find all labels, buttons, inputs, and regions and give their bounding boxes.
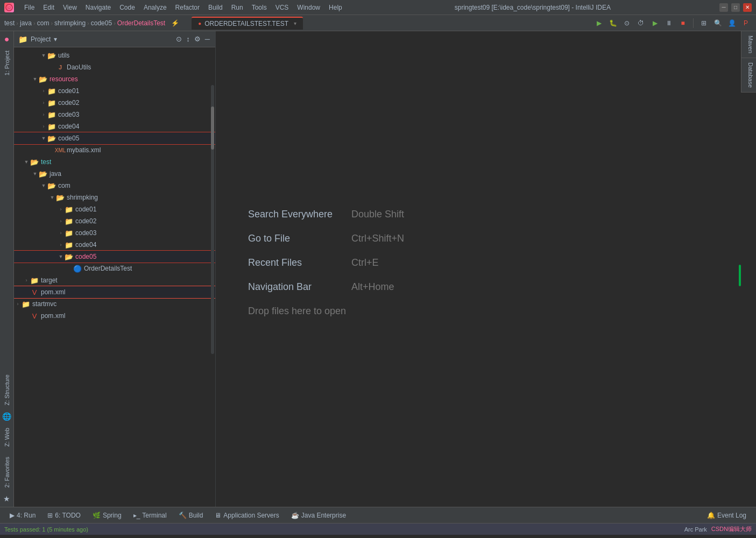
menu-item-view[interactable]: View: [59, 3, 81, 12]
window-controls[interactable]: ─ □ ✕: [719, 3, 752, 12]
tab-app-servers[interactable]: 🖥 Application Servers: [209, 509, 284, 522]
tab-todo[interactable]: ⊞ 6: TODO: [42, 509, 86, 522]
tab-event-log[interactable]: 🔔 Event Log: [702, 509, 752, 522]
tree-item-java[interactable]: ▼ 📂 java: [14, 168, 215, 180]
tree-item-startmvc-pomxml[interactable]: V pom.xml: [14, 310, 215, 322]
tree-item-resources[interactable]: ▼ 📂 resources: [14, 73, 215, 85]
run-button[interactable]: ▶: [593, 17, 605, 29]
search-button[interactable]: 🔍: [712, 17, 724, 29]
tree-item-pomxml[interactable]: V pom.xml: [14, 286, 215, 298]
tree-item-shrimpking[interactable]: ▼ 📂 shrimpking: [14, 192, 215, 203]
menu-item-refactor[interactable]: Refactor: [172, 3, 203, 12]
tree-item-test[interactable]: ▼ 📂 test: [14, 156, 215, 168]
expand-arrow[interactable]: ›: [40, 111, 47, 118]
tab-build[interactable]: 🔨 Build: [173, 509, 209, 522]
profile-button[interactable]: ⏱: [635, 17, 647, 29]
breadcrumb-orderdetailstest[interactable]: OrderDetailsTest: [117, 19, 165, 27]
expand-arrow[interactable]: ▼: [40, 52, 47, 59]
menu-item-build[interactable]: Build: [204, 3, 227, 12]
tree-item-orderdetailstest[interactable]: 🔵 OrderDetailsTest: [14, 263, 215, 274]
tree-item-sh-code02[interactable]: › 📁 code02: [14, 215, 215, 227]
tree-item-utils[interactable]: ▼ 📂 utils: [14, 49, 215, 61]
breadcrumb-code05[interactable]: code05: [91, 19, 112, 27]
vtab-web[interactable]: Z: Web: [2, 423, 12, 451]
tree-item-mybatis[interactable]: XML mybatis.xml: [14, 144, 215, 156]
debug-button[interactable]: 🐛: [607, 17, 619, 29]
menu-item-code[interactable]: Code: [116, 3, 139, 12]
vtab-web-icon[interactable]: 🌐: [1, 410, 13, 422]
expand-arrow[interactable]: ›: [40, 87, 47, 95]
user-button[interactable]: 👤: [726, 17, 738, 29]
hide-btn[interactable]: ─: [204, 34, 211, 44]
close-button[interactable]: ✕: [743, 3, 752, 12]
expand-arrow[interactable]: ▼: [40, 134, 47, 142]
menu-item-run[interactable]: Run: [228, 3, 247, 12]
scrollbar-track[interactable]: [211, 85, 214, 354]
tree-item-startmvc[interactable]: › 📁 startmvc: [14, 298, 215, 310]
expand-arrow[interactable]: ›: [40, 99, 47, 107]
file-tree[interactable]: ▼ 📂 utils J DaoUtils ▼ 📂 resources: [14, 47, 215, 507]
vtab-favorites[interactable]: 2: Favorites: [2, 452, 12, 492]
ext-button[interactable]: P: [740, 17, 752, 29]
maven-panel-tab[interactable]: Maven: [741, 31, 756, 58]
breadcrumb-shrimpking[interactable]: shrimpking: [54, 19, 86, 27]
expand-arrow[interactable]: ▼: [40, 182, 47, 189]
tab-spring[interactable]: 🌿 Spring: [87, 509, 127, 522]
vtab-structure[interactable]: Z: Structure: [2, 370, 12, 409]
suspend-button[interactable]: ⏸: [663, 17, 675, 29]
title-bar-left: IJ FileEditViewNavigateCodeAnalyzeRefact…: [4, 3, 346, 12]
menu-item-help[interactable]: Help: [325, 3, 346, 12]
tab-terminal[interactable]: ▸_ Terminal: [128, 509, 172, 522]
vtab-star-icon[interactable]: ★: [1, 493, 13, 505]
tree-item-sh-code03[interactable]: › 📁 code03: [14, 227, 215, 239]
maximize-button[interactable]: □: [731, 3, 740, 12]
breadcrumb-test[interactable]: test: [4, 19, 15, 27]
menu-bar: FileEditViewNavigateCodeAnalyzeRefactorB…: [20, 3, 346, 12]
menu-item-edit[interactable]: Edit: [39, 3, 58, 12]
project-dropdown-icon[interactable]: ▾: [54, 36, 57, 43]
expand-arrow[interactable]: ▼: [23, 158, 30, 166]
menu-item-navigate[interactable]: Navigate: [82, 3, 115, 12]
tree-item-res-code01[interactable]: › 📁 code01: [14, 85, 215, 97]
tree-item-target[interactable]: › 📁 target: [14, 274, 215, 286]
tab-java-enterprise[interactable]: ☕ Java Enterprise: [286, 509, 351, 522]
database-panel-tab[interactable]: Database: [741, 58, 756, 93]
minimize-button[interactable]: ─: [719, 3, 728, 12]
menu-item-window[interactable]: Window: [293, 3, 324, 12]
breadcrumb-java[interactable]: java: [20, 19, 32, 27]
title-text: springtest09 [E:\idea_code\springtest09]…: [455, 4, 611, 11]
expand-arrow[interactable]: ▼: [31, 170, 39, 178]
tree-item-res-code03[interactable]: › 📁 code03: [14, 109, 215, 121]
tree-item-sh-code05[interactable]: ▼ 📂 code05: [14, 251, 215, 263]
vtab-project[interactable]: 1: Project: [2, 46, 12, 80]
vtab-icon-top[interactable]: ●: [1, 33, 13, 45]
stop-button[interactable]: ■: [677, 17, 689, 29]
tree-item-com[interactable]: ▼ 📂 com: [14, 180, 215, 192]
menu-item-vcs[interactable]: VCS: [272, 3, 293, 12]
editor-tab[interactable]: ● ORDERDETAILSTEST.TEST ▾: [192, 17, 303, 30]
expand-arrow[interactable]: ▼: [48, 194, 56, 201]
gear-btn[interactable]: ⚙: [193, 34, 202, 44]
scrollbar-thumb[interactable]: [211, 107, 214, 150]
grid-button[interactable]: ⊞: [698, 17, 710, 29]
locate-btn[interactable]: ⊙: [175, 34, 183, 44]
expand-arrow[interactable]: ▼: [31, 75, 39, 83]
scroll-indicator[interactable]: [739, 265, 741, 286]
expand-arrow[interactable]: ›: [40, 123, 47, 130]
tree-item-sh-code04[interactable]: › 📁 code04: [14, 239, 215, 251]
expand-btn[interactable]: ↕: [185, 34, 191, 44]
coverage-button[interactable]: ⊙: [621, 17, 633, 29]
tab-run[interactable]: ▶ 4: Run: [4, 509, 41, 522]
tree-item-res-code02[interactable]: › 📁 code02: [14, 97, 215, 109]
tree-item-res-code05[interactable]: ▼ 📂 code05: [14, 132, 215, 144]
build-button[interactable]: ▶: [649, 17, 661, 29]
folder-icon: 📂: [47, 134, 56, 143]
menu-item-analyze[interactable]: Analyze: [140, 3, 171, 12]
tree-item-daoutils[interactable]: J DaoUtils: [14, 61, 215, 73]
menu-item-file[interactable]: File: [20, 3, 38, 12]
breadcrumb-com[interactable]: com: [37, 19, 50, 27]
tree-item-sh-code01[interactable]: › 📁 code01: [14, 203, 215, 215]
tree-item-res-code04[interactable]: › 📁 code04: [14, 121, 215, 132]
hint-shortcut-search: Double Shift: [351, 209, 404, 220]
menu-item-tools[interactable]: Tools: [248, 3, 271, 12]
